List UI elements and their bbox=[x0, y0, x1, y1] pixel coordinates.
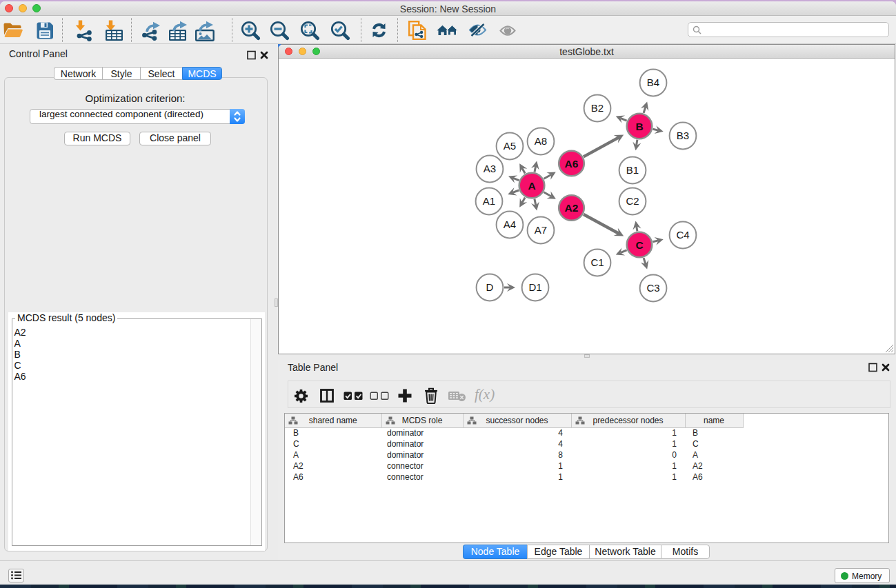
svg-text:A8: A8 bbox=[535, 135, 547, 147]
svg-text:B3: B3 bbox=[677, 130, 689, 141]
svg-text:A6: A6 bbox=[565, 158, 579, 170]
svg-text:D1: D1 bbox=[528, 281, 541, 293]
svg-text:C3: C3 bbox=[646, 282, 659, 294]
svg-text:D: D bbox=[486, 281, 494, 293]
svg-text:A4: A4 bbox=[504, 219, 516, 230]
svg-text:B: B bbox=[635, 121, 643, 132]
svg-text:A2: A2 bbox=[565, 202, 579, 214]
svg-text:A: A bbox=[528, 180, 535, 192]
svg-text:A3: A3 bbox=[484, 163, 496, 174]
svg-text:A1: A1 bbox=[483, 195, 495, 207]
svg-text:B4: B4 bbox=[647, 77, 659, 88]
svg-text:C1: C1 bbox=[590, 256, 604, 268]
svg-text:B1: B1 bbox=[626, 164, 639, 176]
svg-text:B2: B2 bbox=[591, 102, 604, 114]
svg-text:C: C bbox=[635, 239, 643, 251]
svg-text:A7: A7 bbox=[535, 224, 547, 236]
svg-text:C2: C2 bbox=[626, 195, 639, 207]
svg-text:A5: A5 bbox=[504, 140, 516, 152]
svg-text:C4: C4 bbox=[676, 229, 689, 241]
